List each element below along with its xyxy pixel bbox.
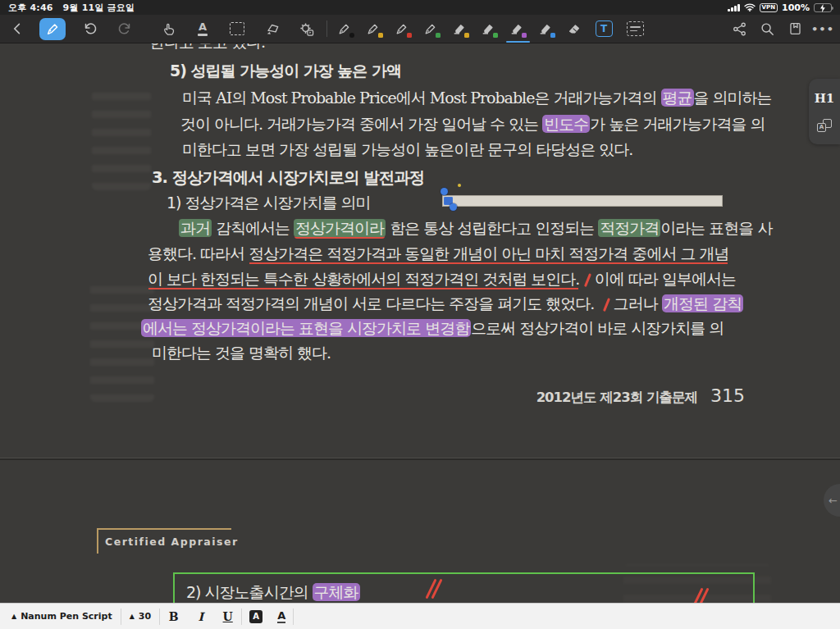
answer-box-heading: 2) 시장노출시간의 구체화 [186,582,360,603]
text-annotation-input[interactable] [442,195,723,207]
body-line-clipped: 한다고 보고 있다. [149,43,265,53]
annotation-toolbar: A [0,15,840,43]
text-box-tool-selected-icon[interactable]: T [591,17,616,40]
chevron-up-icon: ▲ [130,613,135,620]
body-line: 것이 아니다. 거래가능가격 중에서 가장 일어날 수 있는 빈도수가 높은 거… [180,114,765,135]
battery-charging-icon [814,3,832,12]
text-background-color-button[interactable]: A [249,610,262,623]
body-line: 이 보다 한정되는 특수한 상황하에서의 적정가격인 것처럼 보인다.이에 따라… [148,269,736,290]
text-stamp-tool-icon[interactable]: A [190,17,215,40]
heading-style-button[interactable]: H1 [815,91,835,106]
undo-icon[interactable] [77,17,102,40]
body-line: 미국 AI의 Most Probable Price에서 Most Probab… [182,88,772,109]
status-bar: 오후 4:46 9월 11일 금요일 VPN 100% [0,0,840,15]
floating-tool-panel: H1 A [809,79,840,144]
red-check-marks [430,578,441,599]
pen-tool-selected-icon[interactable] [39,18,66,40]
sidebar-pull-tab[interactable]: ← [824,484,840,517]
highlighter-blue-icon[interactable] [533,17,558,40]
red-slash-annotation [584,273,591,287]
translate-icon[interactable]: A [817,119,832,132]
cellular-signal-icon [728,4,740,11]
highlighter-green-icon[interactable] [476,17,500,40]
green-highlight: 적정가격 [598,219,660,237]
search-icon[interactable] [755,17,779,40]
highlighter-purple-icon[interactable] [504,17,529,40]
wifi-icon [744,3,756,11]
brand-corner-bracket [97,528,98,554]
highlighter-yellow-icon[interactable] [447,17,472,40]
text-field-tool-icon[interactable] [623,17,647,40]
rect-select-tool-icon[interactable] [225,17,249,40]
more-options-icon[interactable]: ••• [810,17,835,40]
clock: 오후 4:46 [8,2,53,14]
purple-highlight: 에서는 정상가격이라는 표현을 시장가치로 변경함 [141,319,471,337]
body-line: 정상가격과 적정가격의 개념이 서로 다르다는 주장을 펴기도 했었다. 그러나… [148,294,743,315]
body-line: 미한다고 보면 가장 성립될 가능성이 높은이란 문구의 타당성은 있다. [182,139,632,161]
share-icon[interactable] [727,17,751,40]
battery-percent: 100% [782,2,810,13]
heading-3: 3. 정상가격에서 시장가치로의 발전과정 [152,166,424,189]
green-highlight: 과거 [179,219,212,237]
eraser-icon[interactable] [562,17,587,40]
text-color-button[interactable]: A [277,609,285,623]
redo-icon[interactable] [113,17,138,40]
page-footer: 2012년도 제23회 기출문제 315 [536,385,745,407]
app-screen: 오후 4:46 9월 11일 금요일 VPN 100% [0,0,840,629]
purple-highlight: 평균 [661,89,694,107]
text-format-toolbar: ▲ Nanum Pen Script ▲ 30 B I U A A [0,603,840,629]
chevron-up-icon: ▲ [11,613,16,620]
red-slash-annotation [603,298,610,312]
exam-source-label: 2012년도 제23회 기출문제 [536,389,697,407]
subheading-1: 1) 정상가격은 시장가치를 의미 [167,193,371,214]
selected-tool-indicator [506,41,530,43]
red-underlined-text: 정상가격은 적정가격과 동일한 개념이 아닌 마치 적정가격 중에서 그 개념 [249,244,728,262]
vpn-badge: VPN [760,3,778,12]
heading-5: 5) 성립될 가능성이 가장 높은 가액 [170,61,401,82]
purple-highlight: 빈도수 [542,115,590,133]
purple-highlight: 구체화 [313,583,360,601]
body-line: 에서는 정상가격이라는 표현을 시장가치로 변경함으로써 정상가격이 바로 시장… [141,318,724,340]
hand-tool-icon[interactable] [156,17,180,40]
body-line: 용했다. 따라서 정상가격은 적정가격과 동일한 개념이 아닌 마치 적정가격 … [148,244,728,265]
italic-button[interactable]: I [187,610,214,623]
arrow-left-icon: ← [829,495,838,507]
fountain-pen-black-icon[interactable] [332,17,357,40]
body-line: 미한다는 것을 명확히 했다. [152,343,331,364]
selection-handle-end[interactable] [450,203,457,211]
purple-highlight: 개정된 감칙 [662,294,743,312]
page-boundary [0,458,840,460]
pen-dot-annotation [458,184,461,187]
page-number: 315 [710,385,745,406]
font-size-picker[interactable]: ▲ 30 [121,604,159,629]
pdf-document-view[interactable]: 한다고 보고 있다. 5) 성립될 가능성이 가장 높은 가액 미국 AI의 M… [0,43,840,603]
shape-settings-icon[interactable] [294,17,318,40]
back-icon[interactable] [5,17,30,40]
fountain-pen-yellow-icon[interactable] [361,17,386,40]
green-highlight-underlined: 정상가격이라 [294,219,386,237]
brand-text: Certified Appraiser [105,536,239,548]
red-check-marks [696,587,708,603]
selection-handle-start[interactable] [441,188,448,195]
bookmark-book-icon[interactable] [783,17,807,40]
font-family-picker[interactable]: ▲ Nanum Pen Script [0,604,121,629]
page-bleed-through [90,279,154,402]
red-underlined-text: 이 보다 한정되는 특수한 상황하에서의 적정가격인 것처럼 보인다. [148,270,579,288]
fountain-pen-red-icon[interactable] [390,17,414,40]
date: 9월 11일 금요일 [63,2,135,14]
bold-button[interactable]: B [160,610,187,623]
body-line: 과거 감칙에서는 정상가격이라 함은 통상 성립한다고 인정되는 적정가격이라는… [179,218,772,239]
lasso-tool-icon[interactable] [259,17,284,40]
underline-button[interactable]: U [214,610,241,623]
fountain-pen-green-icon[interactable] [418,17,443,40]
page-bleed-through [92,90,151,190]
brand-corner-bracket [97,528,231,530]
